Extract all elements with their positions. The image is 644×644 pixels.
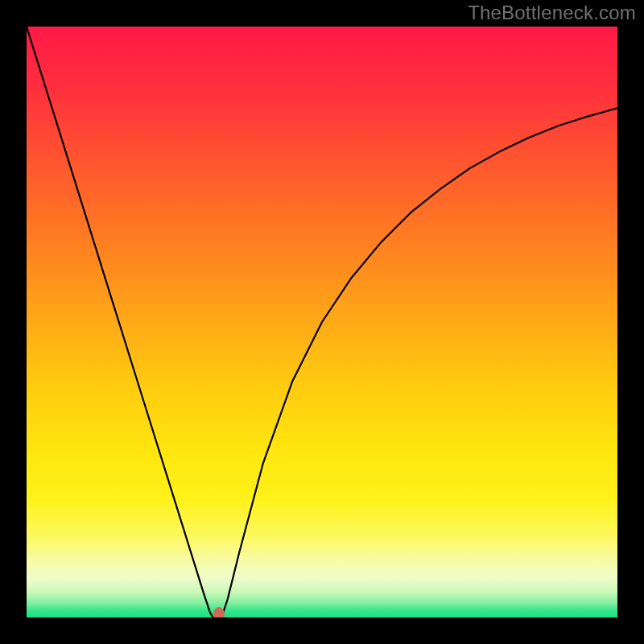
bottleneck-curve — [27, 27, 617, 617]
plot-area — [27, 27, 617, 617]
chart-frame: TheBottleneck.com — [0, 0, 644, 644]
optimal-point-marker — [213, 607, 225, 617]
watermark-text: TheBottleneck.com — [468, 2, 636, 24]
